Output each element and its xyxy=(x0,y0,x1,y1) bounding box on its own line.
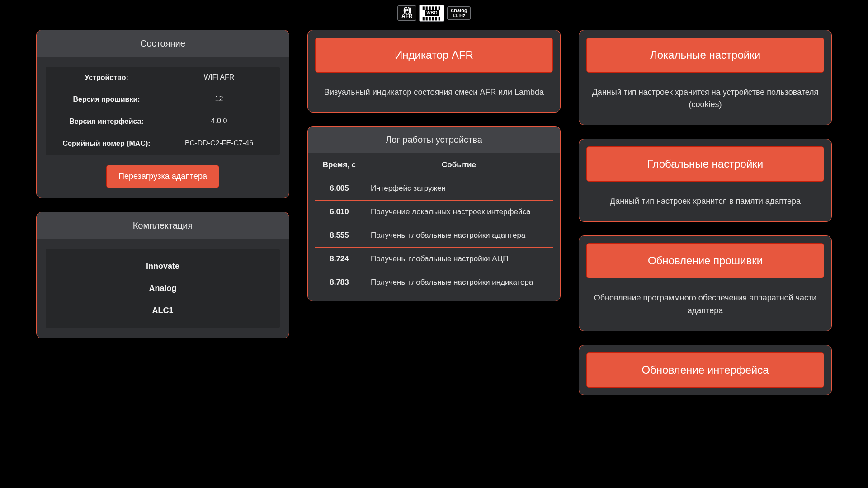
status-row: Версия интерфейса: 4.0.0 xyxy=(46,111,280,133)
local-settings-desc: Данный тип настроек хранится на устройст… xyxy=(579,73,831,125)
panel-log: Лог работы устройства Время, с Событие 6… xyxy=(307,126,561,301)
connector-bottom-icon: ▮▮▮▮▮▮ xyxy=(422,17,441,20)
column-middle: Индикатор AFR Визуальный индикатор состо… xyxy=(307,30,561,302)
column-right: Локальные настройки Данный тип настроек … xyxy=(579,30,832,395)
firmware-update-desc: Обновление программного обеспечения аппа… xyxy=(579,278,831,331)
badge-afr[interactable]: ((•)) AFR xyxy=(397,5,416,21)
panel-global-settings: Глобальные настройки Данный тип настроек… xyxy=(579,139,832,222)
panel-equipment: Комплектация Innovate Analog ALC1 xyxy=(36,212,289,338)
topbar: ((•)) AFR ▮▮▮▮▮▮ WBO ▮▮▮▮▮▮ Analog 11 Hz xyxy=(0,0,868,30)
panel-firmware-update: Обновление прошивки Обновление программн… xyxy=(579,235,832,331)
main-grid: Состояние Устройство: WiFi AFR Версия пр… xyxy=(0,30,868,395)
column-left: Состояние Устройство: WiFi AFR Версия пр… xyxy=(36,30,289,338)
log-time: 6.010 xyxy=(315,201,364,224)
log-event: Получение локальных настроек интерфейса xyxy=(364,201,554,224)
badge-wbo-label: WBO xyxy=(425,10,439,16)
log-table: Время, с Событие 6.005 Интерфейс загруже… xyxy=(314,153,554,295)
status-key: Устройство: xyxy=(50,73,163,83)
status-val: WiFi AFR xyxy=(163,73,275,83)
badge-analog-bottom: 11 Hz xyxy=(453,13,466,19)
log-event: Получены глобальные настройки индикатора xyxy=(364,271,554,295)
badge-analog[interactable]: Analog 11 Hz xyxy=(447,6,470,20)
equipment-item: Innovate xyxy=(46,255,280,277)
equipment-item: ALC1 xyxy=(46,300,280,322)
global-settings-desc: Данный тип настроек хранится в памяти ад… xyxy=(579,182,831,221)
global-settings-button[interactable]: Глобальные настройки xyxy=(586,146,824,182)
log-event: Получены глобальные настройки АЦП xyxy=(364,248,554,271)
status-row: Устройство: WiFi AFR xyxy=(46,67,280,89)
badge-afr-label: AFR xyxy=(401,14,413,19)
badge-wbo[interactable]: ▮▮▮▮▮▮ WBO ▮▮▮▮▮▮ xyxy=(419,5,444,22)
panel-status: Состояние Устройство: WiFi AFR Версия пр… xyxy=(36,30,289,198)
equipment-item: Analog xyxy=(46,277,280,300)
connector-top-icon: ▮▮▮▮▮▮ xyxy=(422,6,441,10)
log-time: 6.005 xyxy=(315,177,364,201)
log-time: 8.724 xyxy=(315,248,364,271)
interface-update-button[interactable]: Обновление интерфейса xyxy=(586,352,824,388)
panel-afr-indicator: Индикатор AFR Визуальный индикатор состо… xyxy=(307,30,561,113)
status-key: Версия интерфейса: xyxy=(50,117,163,127)
panel-equipment-body: Innovate Analog ALC1 xyxy=(37,239,289,338)
status-row: Версия прошивки: 12 xyxy=(46,89,280,111)
log-row: 6.005 Интерфейс загружен xyxy=(315,177,554,201)
log-event: Получены глобальные настройки адаптера xyxy=(364,224,554,248)
panel-equipment-title: Комплектация xyxy=(37,212,289,239)
firmware-update-button[interactable]: Обновление прошивки xyxy=(586,243,824,278)
status-table: Устройство: WiFi AFR Версия прошивки: 12… xyxy=(46,67,280,155)
log-row: 8.555 Получены глобальные настройки адап… xyxy=(315,224,554,248)
afr-indicator-desc: Визуальный индикатор состояния смеси AFR… xyxy=(308,73,560,113)
log-row: 8.783 Получены глобальные настройки инди… xyxy=(315,271,554,295)
status-key: Серийный номер (MAC): xyxy=(50,139,163,149)
panel-interface-update: Обновление интерфейса xyxy=(579,345,832,395)
status-val: BC-DD-C2-FE-C7-46 xyxy=(163,139,275,149)
local-settings-button[interactable]: Локальные настройки xyxy=(586,38,824,73)
log-time: 8.783 xyxy=(315,271,364,295)
status-val: 4.0.0 xyxy=(163,117,275,127)
log-row: 6.010 Получение локальных настроек интер… xyxy=(315,201,554,224)
log-time: 8.555 xyxy=(315,224,364,248)
panel-local-settings: Локальные настройки Данный тип настроек … xyxy=(579,30,832,126)
log-row: 8.724 Получены глобальные настройки АЦП xyxy=(315,248,554,271)
afr-indicator-button[interactable]: Индикатор AFR xyxy=(315,38,553,73)
panel-status-title: Состояние xyxy=(37,30,289,57)
status-key: Версия прошивки: xyxy=(50,95,163,104)
panel-status-body: Устройство: WiFi AFR Версия прошивки: 12… xyxy=(37,57,289,198)
status-row: Серийный номер (MAC): BC-DD-C2-FE-C7-46 xyxy=(46,133,280,155)
status-val: 12 xyxy=(163,95,275,104)
signal-icon: ((•)) xyxy=(403,7,411,14)
panel-log-title: Лог работы устройства xyxy=(308,127,560,153)
log-event: Интерфейс загружен xyxy=(364,177,554,201)
panel-log-body: Время, с Событие 6.005 Интерфейс загруже… xyxy=(308,153,560,301)
log-col-event: Событие xyxy=(364,154,554,177)
log-col-time: Время, с xyxy=(315,154,364,177)
restart-adapter-button[interactable]: Перезагрузка адаптера xyxy=(106,165,219,188)
equipment-list: Innovate Analog ALC1 xyxy=(46,249,280,328)
